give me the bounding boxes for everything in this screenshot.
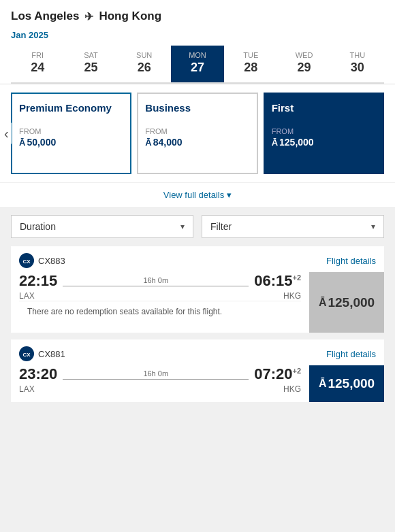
origin-label: Los Angeles <box>11 10 79 23</box>
date-cell-28[interactable]: TUE 28 <box>224 46 277 82</box>
date-cell-27[interactable]: MON 27 <box>171 46 224 82</box>
cabin-section: ‹ Premium Economy FROM Ā 50,000 Business… <box>0 84 395 182</box>
flight-id: CX883 <box>38 256 65 266</box>
month-label: Jan 2025 <box>11 30 384 46</box>
cabin-card-premium-economy[interactable]: Premium Economy FROM Ā 50,000 <box>11 93 131 174</box>
flight-line-visual <box>63 379 249 380</box>
filter-bar: Duration ▾ Filter ▾ <box>0 207 395 246</box>
cabin-name: Premium Economy <box>19 102 123 114</box>
cabin-price: Ā 84,000 <box>145 137 249 148</box>
cabin-from-label: FROM <box>19 127 123 135</box>
flight-duration-line: 16h 0m <box>63 276 249 286</box>
price-value: 125,000 <box>328 376 375 391</box>
flight-number: CX CX883 <box>19 253 65 268</box>
airports: LAX HKG <box>19 384 301 394</box>
day-num: 27 <box>174 61 221 75</box>
flight-header: CX CX883 Flight details <box>11 246 384 272</box>
duration-chevron-icon: ▾ <box>180 222 185 231</box>
view-full-details-button[interactable]: View full details ▾ <box>0 182 395 207</box>
filter-dropdown[interactable]: Filter ▾ <box>202 215 384 238</box>
day-num: 29 <box>280 61 328 75</box>
duration-filter[interactable]: Duration ▾ <box>11 215 193 238</box>
duration-text: 16h 0m <box>143 369 168 378</box>
price-amount: Ā 125,000 <box>319 376 375 391</box>
flight-body: 22:15 16h 0m 06:15+2 LAX HKG There are n… <box>11 272 384 333</box>
day-name: SUN <box>121 51 168 59</box>
airline-logo: CX <box>19 346 34 361</box>
airports: LAX HKG <box>19 291 301 301</box>
cabin-card-business[interactable]: Business FROM Ā 84,000 <box>137 93 257 174</box>
day-num: 30 <box>334 61 381 75</box>
cabin-price-value: 125,000 <box>279 137 314 148</box>
arrive-airport: HKG <box>283 291 301 301</box>
flight-card-cx883: CX CX883 Flight details 22:15 16h 0m 06:… <box>11 246 384 333</box>
date-cell-30[interactable]: THU 30 <box>331 46 384 82</box>
flight-details-link[interactable]: Flight details <box>326 349 376 359</box>
day-num: 28 <box>227 61 274 75</box>
cabin-from-label: FROM <box>145 127 249 135</box>
flight-duration-line: 16h 0m <box>63 369 249 380</box>
price-box[interactable]: Ā 125,000 <box>309 365 384 402</box>
filter-label: Filter <box>210 221 232 232</box>
duration-text: 16h 0m <box>143 276 168 284</box>
svg-text:CX: CX <box>22 352 31 358</box>
avios-symbol: Ā <box>319 297 327 309</box>
flight-line-visual <box>63 286 249 286</box>
avios-icon: Ā <box>145 137 151 148</box>
cabin-price-value: 84,000 <box>153 137 183 148</box>
date-cell-26[interactable]: SUN 26 <box>118 46 171 82</box>
arrive-airport: HKG <box>283 384 301 394</box>
day-name: SAT <box>67 51 114 59</box>
avios-symbol: Ā <box>319 378 327 390</box>
flight-list: CX CX883 Flight details 22:15 16h 0m 06:… <box>0 246 395 402</box>
arrive-time: 07:20+2 <box>254 365 301 383</box>
flight-details-link[interactable]: Flight details <box>326 256 376 266</box>
day-num: 26 <box>121 61 168 75</box>
svg-text:CX: CX <box>22 259 31 265</box>
top-bar: Los Angeles ✈ Hong Kong Jan 2025 FRI 24 … <box>0 0 395 84</box>
date-cell-25[interactable]: SAT 25 <box>64 46 117 82</box>
depart-time: 22:15 <box>19 272 57 290</box>
no-seats-message: There are no redemption seats available … <box>19 301 301 325</box>
arrive-time: 06:15+2 <box>254 272 301 290</box>
plus-days: +2 <box>292 273 301 282</box>
cabin-price-value: 50,000 <box>27 137 56 148</box>
depart-airport: LAX <box>19 384 35 394</box>
date-cell-24[interactable]: FRI 24 <box>11 46 64 82</box>
cabin-price: Ā 50,000 <box>19 137 123 148</box>
cabin-card-first[interactable]: First FROM Ā 125,000 <box>264 93 384 174</box>
filter-chevron-icon: ▾ <box>371 222 375 231</box>
avios-icon: Ā <box>272 137 278 148</box>
route: Los Angeles ✈ Hong Kong <box>11 10 384 23</box>
view-full-details-label: View full details <box>163 190 224 200</box>
cabin-name: Business <box>145 102 249 114</box>
day-name: WED <box>280 51 328 59</box>
avios-icon: Ā <box>19 137 25 148</box>
day-num: 24 <box>14 61 61 75</box>
date-nav: FRI 24 SAT 25 SUN 26 MON 27 TUE 28 WED 2… <box>11 46 384 84</box>
date-cell-29[interactable]: WED 29 <box>277 46 330 82</box>
flight-id: CX881 <box>38 349 65 359</box>
day-name: FRI <box>14 51 61 59</box>
cabin-from-label: FROM <box>272 127 376 135</box>
flight-info: 22:15 16h 0m 06:15+2 LAX HKG There are n… <box>11 272 309 333</box>
cabin-cards: Premium Economy FROM Ā 50,000 Business F… <box>11 93 384 174</box>
plus-days: +2 <box>292 367 301 375</box>
day-name: MON <box>174 51 221 59</box>
airline-logo: CX <box>19 253 34 268</box>
flight-card-cx881: CX CX881 Flight details 23:20 16h 0m 07:… <box>11 339 384 402</box>
price-value: 125,000 <box>328 295 375 310</box>
price-box: Ā 125,000 <box>309 272 384 333</box>
flight-times: 23:20 16h 0m 07:20+2 <box>19 365 301 383</box>
destination-label: Hong Kong <box>99 10 161 23</box>
depart-airport: LAX <box>19 291 35 301</box>
day-name: TUE <box>227 51 274 59</box>
flight-body: 23:20 16h 0m 07:20+2 LAX HKG <box>11 365 384 402</box>
flight-number: CX CX881 <box>19 346 65 361</box>
cabin-name: First <box>272 102 376 114</box>
prev-cabin-button[interactable]: ‹ <box>1 123 12 144</box>
chevron-down-icon: ▾ <box>227 190 232 200</box>
price-amount: Ā 125,000 <box>319 295 375 310</box>
day-name: THU <box>334 51 381 59</box>
flight-header: CX CX881 Flight details <box>11 339 384 365</box>
